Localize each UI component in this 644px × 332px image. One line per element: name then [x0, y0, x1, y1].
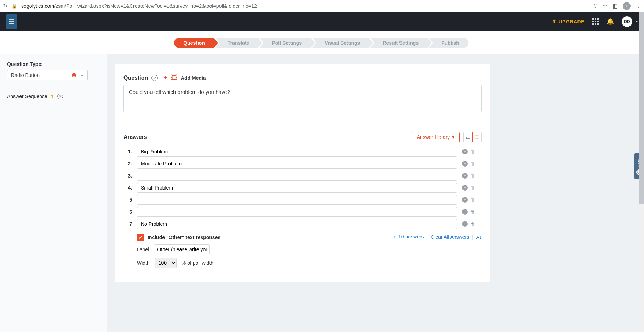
user-avatar[interactable]: DD: [622, 16, 632, 27]
scrollbar[interactable]: [639, 12, 644, 332]
divider: [0, 87, 107, 87]
other-label-caption: Label: [137, 247, 149, 252]
answer-input[interactable]: [137, 147, 457, 157]
upgrade-button[interactable]: ⬆ UPGRADE: [552, 19, 585, 24]
answer-row: 6+🗑: [123, 207, 482, 217]
add-answer-icon[interactable]: +: [462, 173, 468, 179]
delete-answer-icon[interactable]: 🗑: [470, 197, 475, 203]
panel-icon[interactable]: ◧: [613, 2, 618, 9]
answer-row: 4.+🗑: [123, 183, 482, 193]
wizard-step-visual-settings[interactable]: Visual Settings: [312, 38, 369, 48]
answer-input[interactable]: [137, 171, 457, 181]
answer-row: 1.+🗑: [123, 147, 482, 157]
wizard-step-result-settings[interactable]: Result Settings: [370, 38, 428, 48]
app-header: ⬆ UPGRADE 🔔 DD ▾: [0, 12, 644, 31]
delete-answer-icon[interactable]: 🗑: [470, 185, 475, 191]
answer-input[interactable]: [137, 159, 457, 169]
add-answer-icon[interactable]: +: [462, 197, 468, 203]
width-caption: Width: [137, 260, 150, 266]
question-card: Question ? + 🖼 Add Media Answers Answer …: [115, 63, 490, 282]
plus-icon[interactable]: +: [163, 74, 167, 81]
question-type-label: Question Type:: [7, 61, 100, 67]
add-answer-icon[interactable]: +: [462, 161, 468, 167]
question-type-select[interactable]: Radio Button ⌄: [7, 70, 88, 80]
delete-answer-icon[interactable]: 🗑: [470, 161, 475, 167]
radio-icon: [72, 73, 76, 77]
wizard-step-publish[interactable]: Publish: [429, 38, 468, 48]
sidebar: Question Type: Radio Button ⌄ Answer Seq…: [0, 54, 107, 332]
plus-icon: ＋: [392, 234, 397, 240]
include-other-label: Include "Other" text responses: [148, 235, 220, 240]
delete-answer-icon[interactable]: 🗑: [470, 173, 475, 179]
answer-input[interactable]: [137, 195, 457, 205]
answer-number: 6: [123, 209, 132, 215]
question-section-title: Question: [123, 75, 148, 81]
answer-input[interactable]: [137, 207, 457, 217]
add-answer-icon[interactable]: +: [462, 149, 468, 154]
apps-grid-icon[interactable]: [592, 18, 599, 25]
view-list-button[interactable]: ☰: [472, 132, 482, 142]
wizard-step-poll-settings[interactable]: Poll Settings: [260, 38, 311, 48]
answer-input[interactable]: [137, 183, 457, 193]
include-other-checkbox[interactable]: ✓: [137, 234, 144, 241]
lock-icon: 🔒: [12, 4, 17, 9]
scrollbar-thumb[interactable]: [639, 12, 644, 204]
width-suffix: % of poll width: [182, 260, 213, 266]
view-toggle: ▭ ☰: [463, 132, 482, 142]
sort-az-icon[interactable]: A↓: [476, 235, 482, 240]
bell-icon[interactable]: 🔔: [606, 18, 614, 25]
answer-number: 7: [123, 221, 132, 227]
answer-sequence-label: Answer Sequence: [7, 94, 47, 99]
answer-number: 2.: [123, 161, 132, 167]
upload-icon[interactable]: ⬆: [50, 94, 54, 99]
answer-number: 1.: [123, 149, 132, 154]
delete-answer-icon[interactable]: 🗑: [470, 221, 475, 227]
help-icon[interactable]: ?: [151, 75, 158, 81]
question-text-input[interactable]: [123, 85, 482, 112]
address-bar[interactable]: sogolytics.com/zsm/Poll_wizard.aspx?isNe…: [21, 3, 589, 9]
avatar-caret-icon[interactable]: ▾: [636, 19, 638, 23]
answer-number: 5: [123, 197, 132, 203]
wizard-bar: QuestionTranslatePoll SettingsVisual Set…: [0, 31, 644, 54]
main-panel: Question ? + 🖼 Add Media Answers Answer …: [107, 54, 644, 332]
delete-answer-icon[interactable]: 🗑: [470, 149, 475, 155]
width-select[interactable]: 100: [155, 258, 177, 268]
clear-all-answers-link[interactable]: Clear All Answers: [431, 234, 469, 240]
answer-row: 2.+🗑: [123, 159, 482, 169]
share-icon[interactable]: ⇪: [593, 2, 598, 9]
add-answer-icon[interactable]: +: [462, 221, 468, 227]
delete-answer-icon[interactable]: 🗑: [470, 209, 475, 215]
upload-icon: ⬆: [552, 19, 557, 24]
answer-number: 4.: [123, 185, 132, 191]
add-answer-icon[interactable]: +: [462, 185, 468, 191]
add-answer-icon[interactable]: +: [462, 209, 468, 215]
menu-button[interactable]: [6, 14, 17, 29]
kebab-icon[interactable]: ⋮: [636, 2, 641, 9]
answer-input[interactable]: [137, 219, 457, 229]
view-card-button[interactable]: ▭: [464, 132, 473, 142]
wizard-step-question[interactable]: Question: [174, 38, 214, 48]
question-type-value: Radio Button: [11, 72, 40, 78]
image-icon[interactable]: 🖼: [171, 74, 177, 81]
browser-profile-avatar[interactable]: T: [623, 2, 631, 10]
upgrade-label: UPGRADE: [558, 19, 585, 24]
caret-down-icon: ▾: [452, 134, 454, 140]
other-label-input[interactable]: [154, 244, 210, 254]
url-host: sogolytics.com: [21, 3, 54, 9]
chevron-down-icon: ⌄: [80, 73, 84, 78]
star-icon[interactable]: ☆: [603, 2, 608, 9]
browser-chrome-bar: ↻ 🔒 sogolytics.com/zsm/Poll_wizard.aspx?…: [0, 0, 644, 12]
answer-row: 3.+🗑: [123, 171, 482, 181]
add-ten-answers-link[interactable]: ＋ 10 answers: [392, 234, 424, 240]
add-media-button[interactable]: Add Media: [181, 75, 206, 81]
answers-section-title: Answers: [123, 134, 147, 140]
answer-row: 7+🗑: [123, 219, 482, 229]
answer-library-label: Answer Library: [417, 134, 450, 140]
help-icon[interactable]: ?: [57, 94, 63, 99]
answer-library-button[interactable]: Answer Library ▾: [412, 132, 460, 142]
answer-row: 5+🗑: [123, 195, 482, 205]
reload-icon[interactable]: ↻: [3, 2, 7, 9]
wizard-step-translate[interactable]: Translate: [215, 38, 258, 48]
url-path: /zsm/Poll_wizard.aspx?isNew=1&CreateNewT…: [54, 3, 257, 9]
answer-number: 3.: [123, 173, 132, 179]
